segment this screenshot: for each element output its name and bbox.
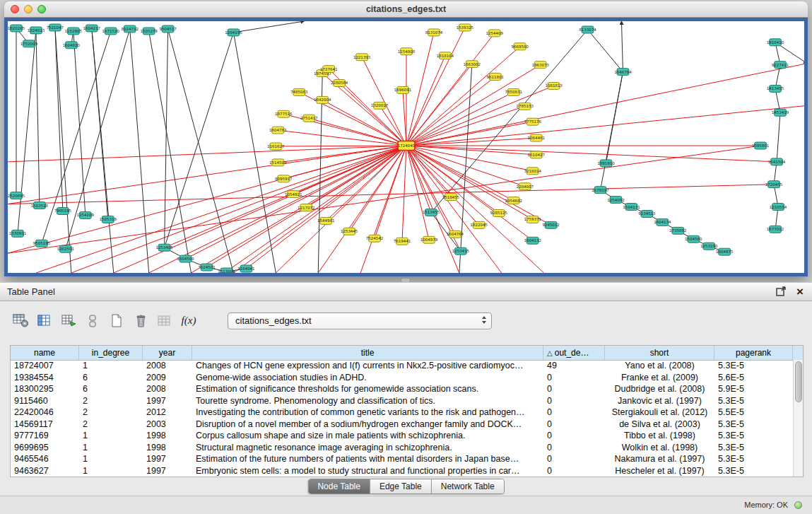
network-node[interactable]: 1727641 bbox=[320, 66, 337, 73]
network-node[interactable]: 9504517 bbox=[159, 25, 177, 33]
cell-year[interactable]: 2003 bbox=[143, 419, 192, 431]
network-node[interactable]: 1513455 bbox=[423, 209, 440, 216]
column-header-title[interactable]: title bbox=[192, 346, 543, 360]
table-row[interactable]: 1872400712008Changes of HCN gene express… bbox=[11, 360, 793, 372]
table-row[interactable]: 1938455462009Genome-wide association stu… bbox=[11, 372, 793, 384]
cell-title[interactable]: Corpus callosum shape and size in male p… bbox=[192, 430, 543, 442]
network-edge[interactable] bbox=[621, 21, 623, 72]
cell-title[interactable]: Structural magnetic resonance image aver… bbox=[192, 442, 543, 454]
cell-title[interactable]: Estimation of the future numbers of pati… bbox=[192, 453, 543, 465]
cell-name[interactable]: 18300295 bbox=[11, 383, 79, 395]
close-panel-icon[interactable]: × bbox=[796, 283, 804, 300]
float-panel-icon[interactable] bbox=[776, 286, 787, 296]
network-node[interactable]: 1054921 bbox=[285, 191, 302, 198]
cell-name[interactable]: 18724007 bbox=[11, 360, 79, 372]
cell-year[interactable]: 1998 bbox=[143, 430, 192, 442]
column-header-in-degree[interactable]: in_degree bbox=[79, 346, 143, 360]
cell-out_degree[interactable]: 0 bbox=[543, 419, 605, 431]
network-node[interactable]: 1604134 bbox=[654, 218, 671, 226]
network-node[interactable]: 1152905 bbox=[65, 28, 82, 35]
network-node[interactable]: 1504131 bbox=[623, 204, 640, 211]
table-disabled-button[interactable] bbox=[154, 311, 175, 330]
network-node[interactable]: 1217072 bbox=[298, 204, 314, 211]
network-node[interactable]: 1210554 bbox=[770, 204, 787, 211]
network-node[interactable]: 1004979 bbox=[420, 236, 438, 243]
network-node[interactable]: 1330911 bbox=[9, 230, 26, 237]
column-header-out-degree[interactable]: △out_de… bbox=[543, 346, 605, 360]
network-node[interactable]: 1513004 bbox=[218, 268, 235, 273]
cell-pagerank[interactable]: 5.3E-5 bbox=[714, 430, 793, 442]
network-node[interactable]: 1752009 bbox=[20, 40, 38, 47]
network-edge[interactable] bbox=[406, 146, 479, 225]
network-edge[interactable] bbox=[406, 64, 804, 146]
cell-short[interactable]: Stergiakouli et al. (2012) bbox=[605, 407, 714, 419]
cell-year[interactable]: 1997 bbox=[143, 465, 192, 477]
column-header-year[interactable]: year bbox=[143, 346, 192, 360]
network-edge[interactable] bbox=[71, 146, 406, 273]
cell-out_degree[interactable]: 0 bbox=[543, 430, 605, 442]
column-header-short[interactable]: short bbox=[605, 346, 714, 360]
network-edge[interactable] bbox=[36, 30, 40, 206]
network-node[interactable]: 1604783 bbox=[269, 127, 287, 134]
network-edge[interactable] bbox=[362, 57, 406, 146]
network-node[interactable]: 1161627 bbox=[267, 143, 285, 150]
tab-node-table[interactable]: Node Table bbox=[308, 479, 370, 493]
network-node[interactable]: 7624501 bbox=[198, 264, 215, 271]
cell-pagerank[interactable]: 5.3E-5 bbox=[714, 419, 793, 431]
vertical-scrollbar[interactable] bbox=[793, 360, 803, 477]
network-node[interactable]: 9227411 bbox=[772, 62, 789, 69]
network-node[interactable]: 1604217 bbox=[83, 25, 101, 32]
network-node[interactable]: 7521047 bbox=[47, 24, 64, 31]
cell-out_degree[interactable]: 49 bbox=[543, 360, 605, 372]
network-node[interactable]: 2751417 bbox=[300, 115, 318, 122]
network-node[interactable]: 9285125 bbox=[490, 210, 507, 217]
window-titlebar[interactable]: citations_edges.txt bbox=[4, 1, 808, 18]
network-edge[interactable] bbox=[226, 146, 406, 271]
network-edge[interactable] bbox=[149, 31, 192, 273]
cell-title[interactable]: Embryonic stem cells: a model to study s… bbox=[192, 465, 543, 477]
network-node[interactable]: 1262501 bbox=[57, 245, 74, 252]
cell-title[interactable]: Estimation of significance thresholds fo… bbox=[192, 383, 543, 395]
network-edge[interactable] bbox=[459, 64, 472, 273]
table-source-select[interactable]: citations_edges.txt bbox=[228, 313, 492, 329]
cell-name[interactable]: 19384554 bbox=[11, 372, 79, 384]
network-node[interactable]: 1518455 bbox=[442, 194, 459, 201]
network-edge[interactable] bbox=[276, 146, 406, 273]
network-edge[interactable] bbox=[278, 130, 406, 146]
cell-short[interactable]: Franke et al. (2009) bbox=[605, 372, 714, 384]
network-node[interactable]: 8131074 bbox=[425, 29, 443, 36]
network-edge[interactable] bbox=[431, 30, 588, 213]
network-node[interactable]: 1877516 bbox=[275, 110, 293, 117]
network-node[interactable]: 1820265 bbox=[8, 25, 25, 32]
delete-table-button[interactable] bbox=[130, 311, 151, 330]
network-node[interactable]: 1254409 bbox=[486, 30, 504, 37]
network-node[interactable]: 1720455 bbox=[765, 181, 782, 188]
cell-in_degree[interactable]: 6 bbox=[79, 383, 143, 395]
cell-year[interactable]: 1998 bbox=[143, 442, 192, 454]
cell-out_degree[interactable]: 0 bbox=[543, 383, 605, 395]
cell-year[interactable]: 1997 bbox=[143, 453, 192, 465]
network-edge[interactable] bbox=[130, 29, 149, 273]
network-edge[interactable] bbox=[588, 30, 623, 72]
network-node[interactable]: 7775176 bbox=[524, 118, 541, 125]
network-node[interactable]: 1164041 bbox=[237, 265, 254, 272]
cell-name[interactable]: 14569117 bbox=[11, 419, 79, 431]
network-edge[interactable] bbox=[406, 146, 502, 273]
network-edge[interactable] bbox=[55, 28, 63, 211]
network-node[interactable]: 9134513 bbox=[638, 210, 656, 217]
network-node[interactable]: 1064461 bbox=[527, 134, 544, 141]
network-node[interactable]: 1514509 bbox=[269, 159, 287, 166]
cell-title[interactable]: Genome-wide association studies in ADHD. bbox=[192, 372, 543, 384]
cell-short[interactable]: de Silva et al. (2003) bbox=[605, 419, 714, 431]
network-node[interactable]: 1646794 bbox=[614, 69, 632, 76]
cell-pagerank[interactable]: 5.3E-5 bbox=[714, 360, 793, 372]
network-node[interactable]: 1253415 bbox=[452, 247, 469, 255]
network-node[interactable]: 2785153 bbox=[516, 103, 534, 110]
tab-network-table[interactable]: Network Table bbox=[432, 479, 504, 493]
create-table-button[interactable] bbox=[106, 311, 127, 330]
cell-in_degree[interactable]: 2 bbox=[79, 407, 143, 419]
network-node[interactable]: 1759371 bbox=[524, 216, 541, 223]
network-node[interactable]: 1604975 bbox=[716, 248, 733, 255]
network-node[interactable]: 1724040 bbox=[398, 141, 416, 151]
network-node[interactable]: 7524542 bbox=[366, 235, 383, 242]
